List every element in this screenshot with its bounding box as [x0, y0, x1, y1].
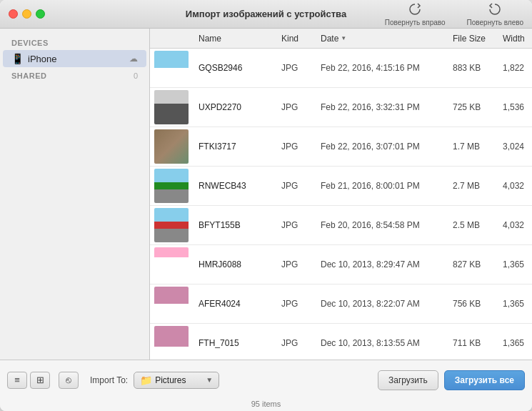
td-kind: JPG: [278, 63, 318, 73]
table-row[interactable]: RNWECB43 JPG Feb 21, 2016, 8:00:01 PM 2.…: [150, 167, 532, 206]
thumbnail-image: [154, 287, 189, 321]
td-date: Feb 22, 2016, 3:32:31 PM: [318, 102, 450, 112]
td-name: GQSB2946: [193, 63, 278, 73]
td-filesize: 827 KB: [450, 259, 500, 269]
td-thumbnail: [150, 326, 193, 360]
view-icons: ≡ ⊞: [7, 372, 50, 389]
table-row[interactable]: FTH_7015 JPG Dec 10, 2013, 8:13:55 AM 71…: [150, 324, 532, 360]
td-filesize: 711 KB: [450, 338, 500, 348]
td-filesize: 1.7 MB: [450, 142, 500, 152]
td-kind: JPG: [278, 259, 318, 269]
rotate-right-icon: [407, 1, 423, 17]
table-row[interactable]: GQSB2946 JPG Feb 22, 2016, 4:15:16 PM 88…: [150, 49, 532, 88]
traffic-lights: [9, 9, 45, 19]
rotate-left-label: Повернуть влево: [467, 19, 523, 26]
sort-icon: ▼: [341, 35, 346, 41]
cloud-icon: ☁: [129, 54, 138, 64]
td-width: 1,365: [500, 259, 532, 269]
shared-section: SHARED 0: [0, 67, 149, 83]
table-header: Name Kind Date ▼ File Size Width: [150, 29, 532, 49]
td-filesize: 883 KB: [450, 63, 500, 73]
sidebar: DEVICES 📱 iPhone ☁ SHARED 0: [0, 29, 150, 360]
td-thumbnail: [150, 247, 193, 282]
sidebar-item-iphone[interactable]: 📱 iPhone ☁: [3, 50, 146, 67]
td-thumbnail: [150, 169, 193, 203]
import-all-button[interactable]: Загрузить все: [444, 370, 525, 390]
td-filesize: 756 KB: [450, 299, 500, 309]
iphone-icon: 📱: [11, 53, 24, 64]
content-area: Name Kind Date ▼ File Size Width GQSB294…: [150, 29, 532, 360]
import-to-label: Import To:: [90, 375, 128, 385]
td-thumbnail: [150, 51, 193, 85]
cancel-button[interactable]: Загрузить: [378, 370, 438, 390]
td-kind: JPG: [278, 181, 318, 191]
list-view-button[interactable]: ≡: [7, 372, 27, 389]
td-name: AFER4024: [193, 299, 278, 309]
rotate-left-action[interactable]: Повернуть влево: [467, 1, 523, 26]
close-button[interactable]: [9, 9, 18, 19]
td-thumbnail: [150, 287, 193, 321]
td-kind: JPG: [278, 299, 318, 309]
main-window: Импорт изображений с устройства Повернут…: [0, 0, 532, 411]
td-width: 1,536: [500, 102, 532, 112]
td-thumbnail: [150, 90, 193, 124]
td-width: 1,365: [500, 299, 532, 309]
thumbnail-image: [154, 169, 189, 203]
td-date: Feb 21, 2016, 8:00:01 PM: [318, 181, 450, 191]
dropdown-arrow-icon: ▼: [206, 376, 213, 384]
rotate-left-icon: [487, 1, 503, 17]
td-filesize: 2.7 MB: [450, 181, 500, 191]
table-row[interactable]: HMRJ6088 JPG Dec 10, 2013, 8:29:47 AM 82…: [150, 245, 532, 284]
rotate-right-label: Повернуть вправо: [385, 19, 446, 26]
td-width: 4,032: [500, 220, 532, 230]
th-name[interactable]: Name: [193, 34, 278, 44]
titlebar: Импорт изображений с устройства Повернут…: [0, 0, 532, 29]
td-width: 1,365: [500, 338, 532, 348]
thumbnail-image: [154, 247, 189, 282]
sidebar-item-label: iPhone: [28, 54, 125, 64]
thumbnail-image: [154, 326, 189, 360]
td-date: Feb 22, 2016, 3:07:01 PM: [318, 142, 450, 152]
folder-icon: 📁: [140, 375, 152, 386]
td-date: Feb 20, 2016, 8:54:58 PM: [318, 220, 450, 230]
td-name: BFYT155B: [193, 220, 278, 230]
status-bar: 95 items: [0, 400, 532, 411]
thumbnail-image: [154, 129, 189, 164]
td-name: RNWECB43: [193, 181, 278, 191]
import-to-folder-name: Pictures: [155, 375, 203, 385]
maximize-button[interactable]: [36, 9, 45, 19]
table-row[interactable]: BFYT155B JPG Feb 20, 2016, 8:54:58 PM 2.…: [150, 206, 532, 245]
td-kind: JPG: [278, 338, 318, 348]
main-body: DEVICES 📱 iPhone ☁ SHARED 0 Name Kind Da…: [0, 29, 532, 360]
titlebar-actions: Повернуть вправо Повернуть влево: [385, 1, 523, 26]
th-date[interactable]: Date ▼: [318, 34, 450, 44]
table-row[interactable]: UXPD2270 JPG Feb 22, 2016, 3:32:31 PM 72…: [150, 88, 532, 127]
td-kind: JPG: [278, 142, 318, 152]
td-name: FTH_7015: [193, 338, 278, 348]
th-width[interactable]: Width: [500, 34, 532, 44]
rotate-right-action[interactable]: Повернуть вправо: [385, 1, 446, 26]
devices-section-header: DEVICES: [0, 34, 149, 50]
import-to-select[interactable]: 📁 Pictures ▼: [134, 372, 219, 389]
minimize-button[interactable]: [22, 9, 31, 19]
td-name: UXPD2270: [193, 102, 278, 112]
bottom-bar: ≡ ⊞ ⎋ Import To: 📁 Pictures ▼ Загрузить …: [0, 360, 532, 411]
th-filesize[interactable]: File Size: [450, 34, 500, 44]
td-date: Dec 10, 2013, 8:13:55 AM: [318, 338, 450, 348]
td-width: 1,822: [500, 63, 532, 73]
td-thumbnail: [150, 208, 193, 242]
share-button[interactable]: ⎋: [59, 372, 79, 389]
td-width: 3,024: [500, 142, 532, 152]
bottom-controls: ≡ ⊞ ⎋ Import To: 📁 Pictures ▼ Загрузить …: [0, 360, 532, 400]
table-scroll[interactable]: GQSB2946 JPG Feb 22, 2016, 4:15:16 PM 88…: [150, 49, 532, 360]
table-row[interactable]: AFER4024 JPG Dec 10, 2013, 8:22:07 AM 75…: [150, 284, 532, 324]
table-rows-container: GQSB2946 JPG Feb 22, 2016, 4:15:16 PM 88…: [150, 49, 532, 360]
shared-count: 0: [134, 71, 138, 80]
th-kind[interactable]: Kind: [278, 34, 318, 44]
td-date: Dec 10, 2013, 8:29:47 AM: [318, 259, 450, 269]
td-date: Dec 10, 2013, 8:22:07 AM: [318, 299, 450, 309]
td-name: HMRJ6088: [193, 259, 278, 269]
td-filesize: 725 KB: [450, 102, 500, 112]
table-row[interactable]: FTKI3717 JPG Feb 22, 2016, 3:07:01 PM 1.…: [150, 127, 532, 167]
grid-view-button[interactable]: ⊞: [30, 372, 50, 389]
